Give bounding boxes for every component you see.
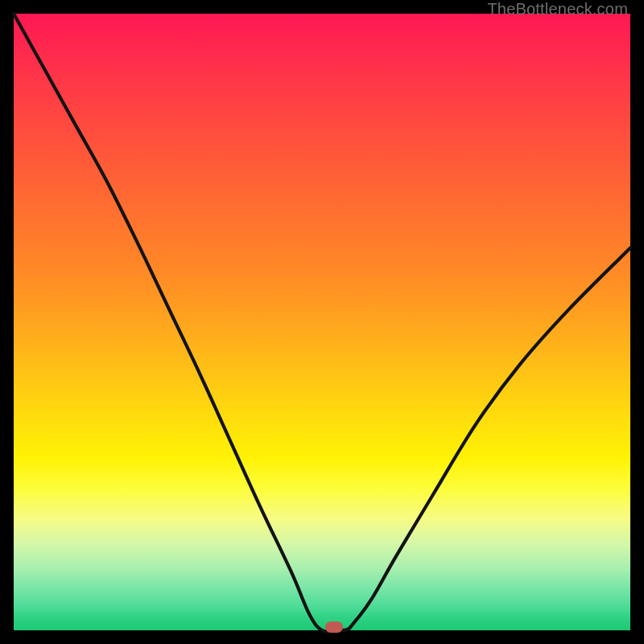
curve-path (14, 14, 630, 632)
watermark-text: TheBottleneck.com (487, 0, 628, 19)
plot-area (14, 14, 630, 630)
bottleneck-curve (14, 14, 630, 630)
bottleneck-marker (325, 621, 343, 633)
chart-frame: TheBottleneck.com (0, 0, 644, 644)
